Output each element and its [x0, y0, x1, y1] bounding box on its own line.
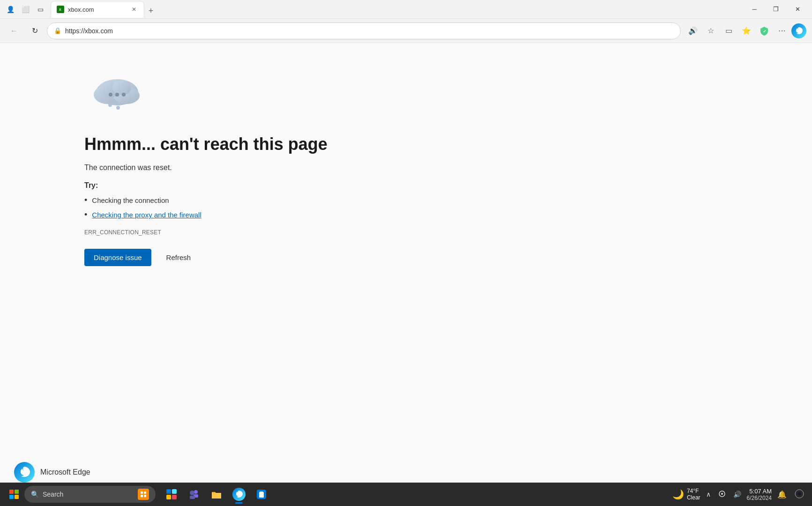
- svg-point-11: [108, 103, 112, 107]
- chevron-up-icon[interactable]: ∧: [704, 489, 713, 500]
- back-button[interactable]: ←: [6, 22, 22, 39]
- weather-condition: Clear: [687, 494, 700, 501]
- immersive-reader-button[interactable]: ▭: [720, 22, 737, 39]
- search-widget-icon: [138, 489, 149, 500]
- url-text: https://xbox.com: [65, 27, 674, 35]
- svg-rect-15: [141, 495, 143, 497]
- svg-rect-14: [144, 491, 146, 494]
- diagnose-issue-button[interactable]: Diagnose issue: [84, 249, 151, 266]
- start-button[interactable]: [6, 486, 22, 503]
- svg-text:X: X: [59, 8, 61, 11]
- windows-logo: [9, 490, 19, 499]
- weather-widget[interactable]: 🌙 74°F Clear: [672, 488, 700, 501]
- svg-point-7: [112, 80, 131, 95]
- new-tab-button[interactable]: +: [144, 5, 157, 18]
- active-tab[interactable]: X xbox.com ✕: [51, 1, 144, 18]
- refresh-button[interactable]: ↻: [26, 22, 43, 39]
- vertical-tabs-button[interactable]: ▭: [34, 3, 47, 16]
- restore-button[interactable]: ❐: [765, 2, 787, 17]
- proxy-firewall-link[interactable]: Checking the proxy and the firewall: [92, 211, 201, 219]
- tab-close-button[interactable]: ✕: [130, 5, 138, 14]
- svg-point-28: [721, 493, 723, 495]
- svg-point-30: [797, 492, 801, 496]
- lock-icon: 🔒: [54, 27, 61, 34]
- try-label: Try:: [84, 181, 412, 190]
- button-row: Diagnose issue Refresh: [84, 249, 412, 266]
- try-item-proxy: Checking the proxy and the firewall: [84, 210, 412, 220]
- weather-temp: 74°F: [687, 488, 699, 494]
- svg-point-8: [109, 93, 112, 97]
- file-explorer-icon: [210, 488, 223, 501]
- read-aloud-button[interactable]: 🔊: [685, 22, 701, 39]
- weather-icon: 🌙: [672, 489, 684, 500]
- toolbar-icons: 🔊 ☆ ▭ ⭐ ✓ ⋯: [685, 22, 806, 39]
- error-subtitle: The connection was reset.: [84, 164, 412, 172]
- profile-button[interactable]: 👤: [4, 3, 17, 16]
- widgets-icon: [165, 488, 178, 501]
- titlebar: 👤 ⬜ ▭ X xbox.com ✕ + ─ ❐ ✕: [0, 0, 812, 19]
- svg-rect-13: [141, 491, 143, 494]
- volume-icon[interactable]: 🔊: [731, 489, 743, 500]
- browser-content: Hmmm... can't reach this page The connec…: [0, 43, 812, 483]
- svg-point-10: [122, 93, 126, 97]
- close-button[interactable]: ✕: [787, 2, 808, 17]
- shield-button[interactable]: ✓: [756, 22, 773, 39]
- teams-icon: [187, 488, 201, 501]
- weather-info: 74°F Clear: [687, 488, 700, 501]
- refresh-button-error[interactable]: Refresh: [159, 249, 199, 266]
- network-icon[interactable]: [716, 488, 728, 501]
- taskbar-widgets[interactable]: [161, 484, 182, 505]
- search-icon: 🔍: [31, 491, 39, 498]
- edge-promo: Microsoft Edge: [14, 462, 90, 483]
- taskbar-file-explorer[interactable]: [206, 484, 227, 505]
- edge-profile-icon[interactable]: [791, 23, 806, 38]
- taskbar-teams[interactable]: [184, 484, 204, 505]
- address-bar-row: ← ↻ 🔒 https://xbox.com 🔊 ☆ ▭ ⭐ ✓ ⋯: [0, 19, 812, 43]
- taskbar-apps: [161, 484, 272, 505]
- search-placeholder: Search: [43, 491, 63, 498]
- try-list: Checking the connection Checking the pro…: [84, 195, 412, 220]
- taskbar-search[interactable]: 🔍 Search: [24, 486, 156, 503]
- minimize-button[interactable]: ─: [744, 2, 765, 17]
- clock-time: 5:07 AM: [747, 488, 772, 495]
- tab-bar: X xbox.com ✕ +: [51, 1, 744, 18]
- taskbar-store[interactable]: [251, 484, 272, 505]
- favorites-collections-button[interactable]: ⭐: [738, 22, 755, 39]
- tab-favicon: X: [57, 6, 64, 13]
- clock-date: 6/26/2024: [747, 495, 772, 501]
- favorites-button[interactable]: ☆: [702, 22, 719, 39]
- svg-point-21: [194, 490, 198, 494]
- svg-point-23: [190, 491, 194, 495]
- tab-title: xbox.com: [68, 6, 126, 13]
- svg-text:✓: ✓: [763, 29, 767, 34]
- taskbar: 🔍 Search: [0, 483, 812, 506]
- notification-icon[interactable]: 🔔: [775, 488, 789, 501]
- error-page: Hmmm... can't reach this page The connec…: [84, 71, 412, 266]
- edge-promo-icon: [14, 462, 35, 483]
- svg-rect-24: [190, 496, 195, 499]
- try-item-connection: Checking the connection: [84, 195, 412, 205]
- edge-taskbar-icon: [232, 488, 246, 501]
- svg-rect-26: [259, 494, 264, 498]
- system-tray: 🌙 74°F Clear ∧ 🔊 5:07 AM 6/26/2024 🔔: [672, 487, 806, 502]
- svg-rect-16: [144, 495, 146, 497]
- theme-icon[interactable]: [792, 487, 806, 502]
- window-controls: ─ ❐ ✕: [744, 2, 808, 17]
- svg-rect-20: [172, 495, 177, 499]
- error-title: Hmmm... can't reach this page: [84, 134, 412, 154]
- svg-rect-18: [172, 489, 177, 494]
- browser-nav-controls: 👤 ⬜ ▭: [4, 3, 47, 16]
- edge-promo-text: Microsoft Edge: [40, 468, 90, 476]
- taskbar-edge[interactable]: [229, 484, 249, 505]
- workspaces-button[interactable]: ⬜: [19, 3, 32, 16]
- address-bar[interactable]: 🔒 https://xbox.com: [47, 22, 681, 39]
- svg-rect-17: [166, 489, 171, 494]
- svg-point-12: [116, 106, 120, 110]
- more-tools-button[interactable]: ⋯: [774, 22, 790, 39]
- svg-point-9: [115, 93, 119, 97]
- error-code: ERR_CONNECTION_RESET: [84, 229, 412, 236]
- error-cloud-illustration: [84, 71, 150, 118]
- store-icon: [255, 488, 268, 501]
- system-clock[interactable]: 5:07 AM 6/26/2024: [747, 488, 772, 501]
- svg-rect-19: [166, 495, 171, 499]
